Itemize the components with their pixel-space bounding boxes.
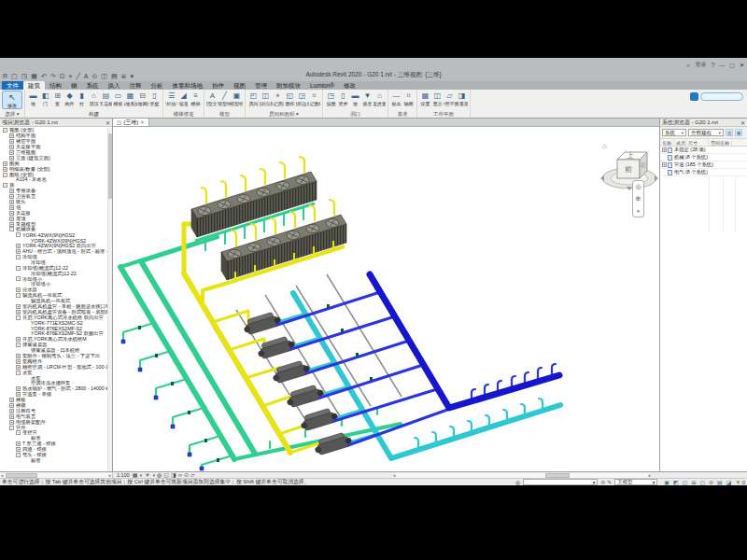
tree-item[interactable]: + AHU - 组合式 - 顶回顶送 - 卧式 - 标准 - 2000 - 59… xyxy=(0,249,112,255)
ribbon-button[interactable]: ◲面积边界 xyxy=(296,91,308,106)
tree-expander-icon[interactable]: + xyxy=(9,211,14,216)
tree-expander-icon[interactable] xyxy=(24,260,29,265)
row-expander-icon[interactable] xyxy=(662,155,667,160)
system-row[interactable]: 电气 (8 个系统) xyxy=(660,169,747,176)
tree-expander-icon[interactable]: + xyxy=(9,403,14,408)
help-icon[interactable]: ? xyxy=(711,61,714,69)
tree-expander-icon[interactable]: + xyxy=(16,287,21,292)
view-cube[interactable]: 上 前 右 ⌂ xyxy=(597,135,659,201)
3d-model-view[interactable] xyxy=(113,127,659,471)
ribbon-tab[interactable]: 系统 xyxy=(82,81,104,90)
tree-expander-icon[interactable]: + xyxy=(16,337,21,342)
selection-toggle-icon[interactable]: ⊘ xyxy=(709,479,713,485)
tree-expander-icon[interactable]: + xyxy=(9,414,14,419)
canvas-hscrollbar[interactable]: ◂▸ xyxy=(392,472,652,478)
tree-expander-icon[interactable]: + xyxy=(9,194,14,199)
tree-expander-icon[interactable]: + xyxy=(3,167,7,172)
tree-expander-icon[interactable]: - xyxy=(3,128,7,133)
plugin-button[interactable] xyxy=(690,92,743,101)
ribbon-button[interactable]: ▱参照平面 xyxy=(444,91,456,106)
maximize-button[interactable]: ▢ xyxy=(729,62,735,68)
tree-expander-icon[interactable]: - xyxy=(3,183,7,188)
tree-expander-icon[interactable]: - xyxy=(16,255,21,259)
ribbon-button[interactable]: ⌗标记面积 xyxy=(308,91,320,106)
cyan-pipes[interactable] xyxy=(277,293,560,458)
tree-expander-icon[interactable]: + xyxy=(16,354,21,358)
column-header[interactable]: 空间名称 xyxy=(709,139,732,146)
project-browser-scrollbar[interactable] xyxy=(107,128,112,471)
system-row[interactable]: + 未指定 (28 项) xyxy=(660,147,747,154)
tree-expander-icon[interactable] xyxy=(24,299,29,303)
view-tab[interactable]: ◳ {三维} ✕ xyxy=(113,119,149,126)
ribbon-button[interactable]: ◧门 xyxy=(39,91,51,106)
selection-toggle-icon[interactable]: ▣ xyxy=(664,479,669,485)
view-control-icon[interactable]: ▦ xyxy=(133,472,138,479)
ribbon-button[interactable]: ⌂老虎窗 xyxy=(374,91,386,106)
viewcube-front-label[interactable]: 前 xyxy=(625,165,632,174)
tree-item[interactable]: + 热水锅炉 - 燃气 - 卧式 - 2800 - 14000 kW xyxy=(0,386,112,392)
tree-expander-icon[interactable]: + xyxy=(9,156,14,161)
tree-expander-icon[interactable]: + xyxy=(9,420,14,425)
tree-expander-icon[interactable]: + xyxy=(3,161,7,166)
view-control-icon[interactable]: ◍ xyxy=(157,472,162,479)
tree-expander-icon[interactable]: + xyxy=(9,205,14,210)
tree-expander-icon[interactable] xyxy=(24,238,29,243)
ribbon-button[interactable]: ▦设置 xyxy=(419,91,431,106)
tree-expander-icon[interactable]: - xyxy=(16,293,21,298)
system-row[interactable]: + 管道 (185 个系统) xyxy=(660,161,747,169)
panel-close-icon[interactable]: ✕ xyxy=(106,119,110,126)
steering-wheel-icon[interactable]: ◎ xyxy=(635,183,641,190)
gray-pipes[interactable] xyxy=(211,274,402,436)
ribbon-button[interactable]: —标高 xyxy=(390,91,402,106)
ribbon-button[interactable]: ╱模型线 xyxy=(218,91,231,106)
ribbon-tab[interactable]: 分析 xyxy=(147,81,168,90)
tree-expander-icon[interactable]: - xyxy=(16,430,21,435)
ribbon-button[interactable]: ▮柱 xyxy=(76,91,88,106)
close-button[interactable]: ✕ xyxy=(740,62,744,68)
tree-expander-icon[interactable]: - xyxy=(16,343,21,347)
navigation-bar[interactable]: ◎ ⊕ ▾ xyxy=(632,180,644,217)
editable-only-icon[interactable]: ⊘ xyxy=(600,479,605,485)
ribbon-button[interactable]: ◫房间分隔 xyxy=(260,91,272,106)
ribbon-button[interactable]: A模型文字 xyxy=(206,91,218,106)
selection-toggle-icon[interactable]: ⊞ xyxy=(691,479,696,485)
ribbon-tab[interactable]: 建筑 xyxy=(23,81,45,90)
view-tab-close-icon[interactable]: ✕ xyxy=(140,119,145,125)
ribbon-button[interactable]: ◰房间 xyxy=(247,91,260,106)
tree-expander-icon[interactable]: + xyxy=(16,386,21,391)
home-icon[interactable]: ⌂ xyxy=(602,142,607,150)
tree-expander-icon[interactable] xyxy=(24,376,29,381)
ribbon-button[interactable]: ⌂屋顶 xyxy=(88,91,100,106)
panel-label-select[interactable]: 选择 ▾ xyxy=(2,111,22,118)
zoom-icon[interactable]: ⊕ xyxy=(636,195,641,203)
viewcube-top-label[interactable]: 上 xyxy=(627,152,634,159)
column-header[interactable]: 尺寸 xyxy=(686,139,709,146)
view-control-icon[interactable]: ◐ xyxy=(139,472,143,479)
ribbon-tab[interactable]: 文件 xyxy=(2,81,23,90)
ribbon-button[interactable]: ▭楼板 xyxy=(112,91,124,106)
tree-expander-icon[interactable]: + xyxy=(9,409,14,413)
selection-toggle-icon[interactable]: ◫ xyxy=(683,479,688,485)
tree-expander-icon[interactable]: + xyxy=(16,392,21,397)
tree-expander-icon[interactable]: - xyxy=(16,453,21,457)
ribbon-tab[interactable]: 结构 xyxy=(45,81,66,90)
view-control-icon[interactable]: ∞ xyxy=(178,472,182,479)
ribbon-button[interactable]: ▼垂直 xyxy=(361,91,374,106)
tree-expander-icon[interactable] xyxy=(24,282,29,287)
blue-header-pipe[interactable] xyxy=(370,274,559,408)
ribbon-button[interactable]: ⊟幕墙网格 xyxy=(136,91,148,106)
panel-label[interactable]: 房间和面积 ▾ xyxy=(247,111,320,118)
view-control-icon[interactable]: ▱ xyxy=(190,472,195,479)
ribbon-button[interactable]: ▬墙 xyxy=(27,91,39,106)
column-header[interactable]: 成员 xyxy=(674,139,686,146)
ribbon-button[interactable]: ▬墙 xyxy=(349,91,361,106)
ribbon-tab[interactable]: 钢 xyxy=(66,81,82,90)
tree-expander-icon[interactable]: + xyxy=(9,133,14,138)
tree-item[interactable]: 标准 xyxy=(0,457,112,463)
ribbon-button[interactable]: ◢坡道 xyxy=(177,91,190,106)
search-icon[interactable]: ⌕ xyxy=(686,61,690,69)
ribbon-tab[interactable]: 修改 xyxy=(339,81,360,90)
tree-expander-icon[interactable]: + xyxy=(16,365,21,370)
ribbon-button[interactable]: ▯竖梃 xyxy=(148,91,161,106)
tree-expander-icon[interactable]: - xyxy=(3,173,7,177)
